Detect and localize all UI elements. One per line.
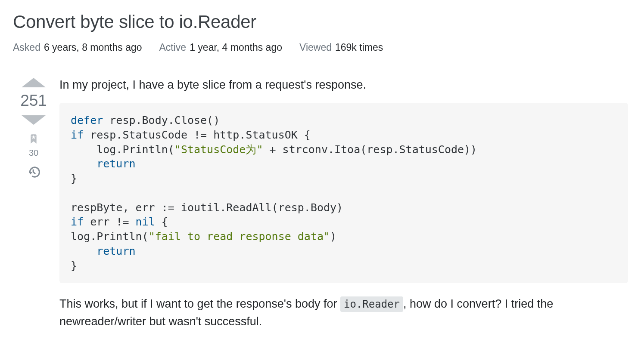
meta-asked-value: 6 years, 8 months ago (44, 42, 142, 53)
bookmark-count: 30 (29, 148, 38, 158)
post-layout: 251 30 In my project, I have a byte slic… (13, 63, 628, 340)
question-meta: Asked6 years, 8 months ago Active1 year,… (13, 42, 628, 63)
meta-active: Active1 year, 4 months ago (159, 42, 282, 53)
question-title[interactable]: Convert byte slice to io.Reader (13, 10, 628, 34)
post-followup: This works, but if I want to get the res… (59, 295, 628, 330)
meta-viewed-value: 169k times (335, 42, 383, 53)
meta-active-value: 1 year, 4 months ago (190, 42, 282, 53)
meta-asked: Asked6 years, 8 months ago (13, 42, 142, 53)
code-block: defer resp.Body.Close() if resp.StatusCo… (59, 103, 628, 283)
post-intro: In my project, I have a byte slice from … (59, 76, 628, 94)
downvote-button[interactable] (22, 115, 46, 125)
post-body: In my project, I have a byte slice from … (54, 76, 628, 340)
history-icon[interactable] (27, 166, 40, 179)
meta-viewed-label: Viewed (299, 42, 332, 53)
inline-code-io-reader: io.Reader (340, 296, 403, 312)
meta-active-label: Active (159, 42, 187, 53)
meta-asked-label: Asked (13, 42, 40, 53)
vote-cell: 251 30 (13, 76, 54, 340)
meta-viewed: Viewed169k times (299, 42, 383, 53)
bookmark-button[interactable]: 30 (28, 133, 39, 158)
upvote-button[interactable] (22, 78, 46, 87)
bookmark-icon (28, 133, 39, 145)
vote-score: 251 (20, 93, 47, 108)
